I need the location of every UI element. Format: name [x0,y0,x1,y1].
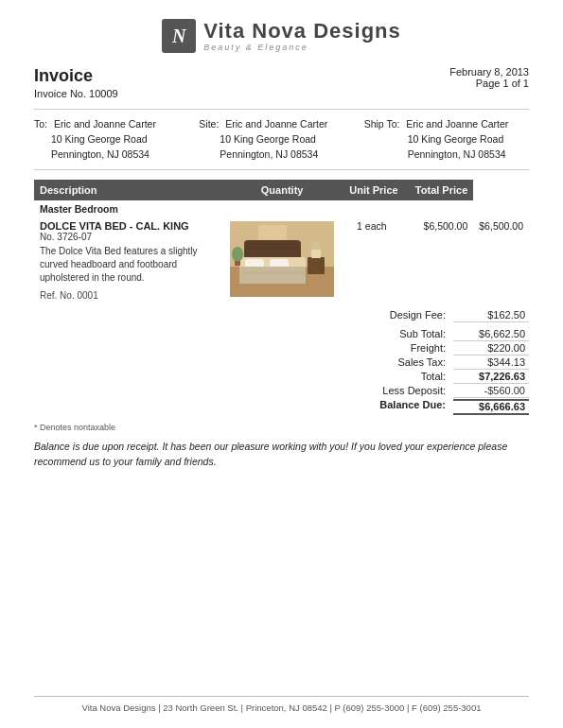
freight-row: Freight: $220.00 [34,342,529,355]
deposit-row: Less Deposit: -$560.00 [34,385,529,398]
svg-rect-14 [258,225,287,240]
invoice-header-row: Invoice Invoice No. 10009 February 8, 20… [34,66,529,99]
col-description: Description [34,180,224,200]
svg-point-12 [232,247,243,262]
subtotal-label: Sub Total: [368,328,453,341]
svg-rect-7 [239,267,306,284]
logo-text: Vita Nova Designs Beauty & Elegance [203,20,401,52]
ship-address: Ship To: Eric and Joanne Carter 10 King … [364,117,529,162]
total-value: $7,226.63 [453,371,529,384]
svg-rect-10 [311,250,321,258]
product-quantity: 1 each [340,217,404,303]
freight-value: $220.00 [453,342,529,355]
col-total-price: Total Price [404,180,474,200]
balance-due-value: $6,666.63 [453,399,529,415]
balance-message: Balance is due upon receipt. It has been… [34,440,529,470]
section-header-row: Master Bedroom [34,200,529,217]
product-ref: Ref. No. 0001 [40,290,219,301]
logo: N Vita Nova Designs Beauty & Elegance [162,19,401,53]
table-header-row: Description Quantity Unit Price Total Pr… [34,180,529,200]
sales-tax-row: Sales Tax: $344.13 [34,356,529,370]
product-number: No. 3726-07 [40,232,219,242]
company-tagline: Beauty & Elegance [203,43,308,52]
svg-rect-13 [235,261,240,266]
section-name: Master Bedroom [34,200,473,217]
table-row: DOLCE VITA BED - CAL. KING No. 3726-07 T… [34,217,529,303]
nontaxable-note: * Denotes nontaxable [34,423,529,432]
site-address: Site: Eric and Joanne Carter 10 King Geo… [199,117,363,162]
deposit-label: Less Deposit: [368,385,453,398]
design-fee-row: Design Fee: $162.50 [34,309,529,322]
product-name: DOLCE VITA BED - CAL. KING [40,220,219,232]
billing-address: To: Eric and Joanne Carter 10 King Georg… [34,117,199,162]
invoice-title: Invoice [34,66,118,86]
design-fee-label: Design Fee: [368,309,453,322]
invoice-date-page: February 8, 2013 Page 1 of 1 [449,66,529,89]
invoice-page: Page 1 of 1 [449,78,529,89]
bedroom-image [230,221,334,297]
invoice-table: Description Quantity Unit Price Total Pr… [34,180,529,303]
footer-bar: Vita Nova Designs | 23 North Green St. |… [34,696,529,713]
deposit-value: -$560.00 [453,385,529,398]
product-image-cell [224,217,340,303]
product-total-price: $6,500.00 [473,217,529,303]
col-unit-price: Unit Price [340,180,404,200]
product-description-cell: DOLCE VITA BED - CAL. KING No. 3726-07 T… [34,217,224,303]
invoice-date: February 8, 2013 [449,66,529,78]
header: N Vita Nova Designs Beauty & Elegance [34,19,529,53]
col-quantity: Quantity [224,180,340,200]
balance-due-row: Balance Due: $6,666.63 [34,399,529,415]
sales-tax-value: $344.13 [453,356,529,370]
subtotal-value: $6,662.50 [453,328,529,341]
footer-text: Vita Nova Designs | 23 North Green St. |… [82,702,482,713]
invoice-title-block: Invoice Invoice No. 10009 [34,66,118,99]
freight-label: Freight: [368,342,453,355]
subtotal-row: Sub Total: $6,662.50 [34,328,529,341]
total-label: Total: [368,371,453,384]
product-unit-price: $6,500.00 [404,217,474,303]
address-row: To: Eric and Joanne Carter 10 King Georg… [34,109,529,170]
logo-icon: N [162,19,196,53]
balance-due-label: Balance Due: [368,399,453,415]
product-description: The Dolce Vita Bed features a slightly c… [40,245,219,285]
svg-rect-9 [308,257,325,274]
sales-tax-label: Sales Tax: [368,356,453,370]
total-row: Total: $7,226.63 [34,371,529,384]
company-name: Vita Nova Designs [203,20,401,43]
design-fee-value: $162.50 [453,309,529,322]
totals-section: Sub Total: $6,662.50 Freight: $220.00 Sa… [34,328,529,415]
invoice-number: Invoice No. 10009 [34,88,118,99]
